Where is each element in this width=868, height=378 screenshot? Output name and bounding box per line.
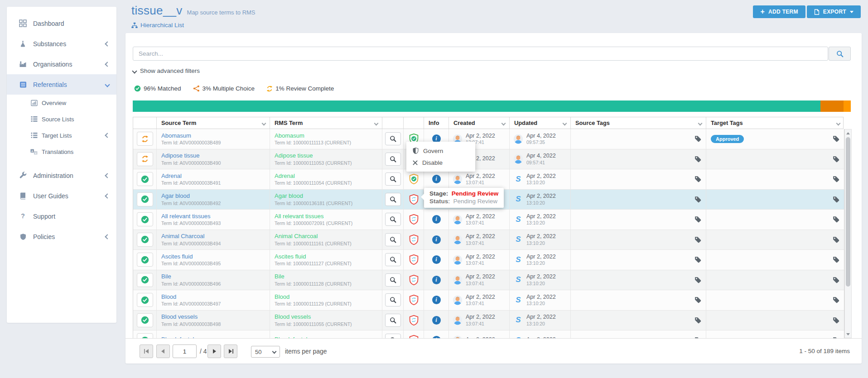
tag-icon[interactable] xyxy=(833,196,839,203)
menu-item-govern[interactable]: Govern xyxy=(406,145,475,157)
sidebar-item-support[interactable]: ? Support xyxy=(7,206,116,226)
info-icon[interactable]: i xyxy=(432,215,441,224)
inspect-term-button[interactable] xyxy=(385,132,401,145)
tag-icon[interactable] xyxy=(694,176,701,182)
source-term-link[interactable]: Adipose tissue xyxy=(161,153,200,159)
source-term-link[interactable]: Blood xyxy=(161,294,176,300)
table-row[interactable]: Adipose tissueTerm Id: A0V00000003B490 A… xyxy=(133,149,844,170)
rms-term-link[interactable]: Adrenal xyxy=(275,173,295,179)
shield-pending-review-icon[interactable] xyxy=(409,275,419,285)
shield-pending-review-icon[interactable] xyxy=(409,335,419,338)
prev-page-button[interactable] xyxy=(156,345,170,358)
table-row[interactable]: Blood vesselsTerm Id: A0V00000003B498 Bl… xyxy=(133,311,844,331)
inspect-term-button[interactable] xyxy=(385,293,401,306)
table-row[interactable]: Blood, foetal Blood, foetal i Apr 2, 202… xyxy=(133,330,844,338)
sidebar-item-referentials[interactable]: Referentials xyxy=(7,74,116,95)
rms-term-link[interactable]: Blood xyxy=(275,294,289,300)
tag-icon[interactable] xyxy=(694,196,701,203)
sidebar-item-substances[interactable]: Substances xyxy=(7,33,116,54)
shield-pending-review-icon[interactable] xyxy=(409,214,419,225)
tag-icon[interactable] xyxy=(694,216,701,223)
info-icon[interactable]: i xyxy=(432,296,441,304)
shield-pending-review-icon[interactable] xyxy=(409,194,419,205)
tag-icon[interactable] xyxy=(833,135,839,142)
sidebar-item-translations[interactable]: Ax Translations xyxy=(7,144,116,160)
info-icon[interactable]: i xyxy=(432,316,441,325)
inspect-term-button[interactable] xyxy=(385,153,401,166)
inspect-term-button[interactable] xyxy=(385,273,401,287)
hierarchical-list-link[interactable]: Hierarchical List xyxy=(131,22,256,29)
source-term-link[interactable]: Agar blood xyxy=(161,193,190,199)
sort-chevron-icon[interactable] xyxy=(374,121,379,126)
source-term-link[interactable]: Blood vessels xyxy=(161,314,198,320)
info-icon[interactable]: i xyxy=(432,255,441,264)
last-page-button[interactable] xyxy=(224,345,237,358)
add-term-button[interactable]: +ADD TERM xyxy=(753,5,805,18)
scrollbar-thumb[interactable] xyxy=(846,137,850,287)
shield-pending-review-icon[interactable] xyxy=(409,295,419,305)
rms-term-link[interactable]: Agar blood xyxy=(275,193,303,199)
sort-chevron-icon[interactable] xyxy=(262,121,266,126)
source-term-link[interactable]: Bile xyxy=(161,273,171,280)
inspect-term-button[interactable] xyxy=(385,172,401,186)
tag-icon[interactable] xyxy=(694,236,701,243)
table-scrollbar[interactable] xyxy=(844,129,852,338)
rms-term-link[interactable]: Abomasum xyxy=(275,133,304,139)
table-row[interactable]: Animal CharcoalTerm Id: A0V00000003B494 … xyxy=(133,230,844,250)
menu-item-disable[interactable]: Disable xyxy=(406,157,475,168)
tag-icon[interactable] xyxy=(833,297,839,303)
sidebar-item-source-lists[interactable]: Source Lists xyxy=(7,111,116,127)
tag-icon[interactable] xyxy=(833,176,839,182)
column-header-source_tags[interactable]: Source Tags xyxy=(571,117,706,129)
rms-term-link[interactable]: Adipose tissue xyxy=(275,153,313,159)
source-term-link[interactable]: Adrenal xyxy=(161,173,182,179)
inspect-term-button[interactable] xyxy=(385,314,401,327)
sidebar-item-policies[interactable]: Policies xyxy=(7,226,116,247)
table-row[interactable]: Ascites fluidTerm Id: A0V00000003B495 As… xyxy=(133,250,844,270)
tag-icon[interactable] xyxy=(833,317,839,324)
source-term-link[interactable]: Abomasum xyxy=(161,133,191,139)
tag-icon[interactable] xyxy=(833,277,839,283)
rms-term-link[interactable]: All relevant tissues xyxy=(275,213,323,220)
sidebar-item-overview[interactable]: Overview xyxy=(7,95,116,111)
sort-chevron-icon[interactable] xyxy=(836,121,841,126)
inspect-term-button[interactable] xyxy=(385,334,401,338)
scroll-up-icon[interactable] xyxy=(845,130,851,136)
search-input[interactable] xyxy=(133,47,828,61)
shield-pending-review-icon[interactable] xyxy=(409,254,419,265)
sort-chevron-icon[interactable] xyxy=(563,121,567,126)
sort-chevron-icon[interactable] xyxy=(698,121,703,126)
page-size-select[interactable]: 50 xyxy=(251,346,280,358)
page-number-input[interactable] xyxy=(173,345,197,358)
info-icon[interactable]: i xyxy=(432,276,441,284)
next-page-button[interactable] xyxy=(207,345,221,358)
rms-term-link[interactable]: Blood vessels xyxy=(275,314,311,320)
inspect-term-button[interactable] xyxy=(385,253,401,266)
info-icon[interactable]: i xyxy=(432,235,441,244)
tag-icon[interactable] xyxy=(694,317,701,324)
first-page-button[interactable] xyxy=(140,345,153,358)
source-term-link[interactable]: Animal Charcoal xyxy=(161,233,204,239)
rms-term-link[interactable]: Bile xyxy=(275,273,285,280)
tag-icon[interactable] xyxy=(694,297,701,303)
column-header-updated[interactable]: Updated xyxy=(510,117,571,129)
sidebar-item-administration[interactable]: Administration xyxy=(7,165,116,186)
table-row[interactable]: AbomasumTerm Id: A0V00000003B489 Abomasu… xyxy=(133,129,844,149)
sidebar-item-dashboard[interactable]: Dashboard xyxy=(7,13,116,33)
source-term-link[interactable]: All relevant tissues xyxy=(161,213,210,220)
advanced-filters-toggle[interactable]: Show advanced filters xyxy=(133,67,200,74)
tag-icon[interactable] xyxy=(694,156,701,163)
column-header-created[interactable]: Created xyxy=(449,117,510,129)
tag-icon[interactable] xyxy=(833,256,839,263)
tag-icon[interactable] xyxy=(694,256,701,263)
shield-pending-review-icon[interactable] xyxy=(409,234,419,245)
table-row[interactable]: All relevant tissuesTerm Id: A0V00000003… xyxy=(133,210,844,230)
tag-icon[interactable] xyxy=(694,277,701,283)
column-header-rms[interactable]: RMS Term xyxy=(270,117,382,129)
rms-term-link[interactable]: Animal Charcoal xyxy=(275,233,318,239)
scroll-down-icon[interactable] xyxy=(845,331,851,337)
sidebar-item-user-guides[interactable]: User Guides xyxy=(7,186,116,206)
shield-pending-review-icon[interactable] xyxy=(409,315,419,325)
inspect-term-button[interactable] xyxy=(385,233,401,246)
tag-icon[interactable] xyxy=(694,135,701,142)
